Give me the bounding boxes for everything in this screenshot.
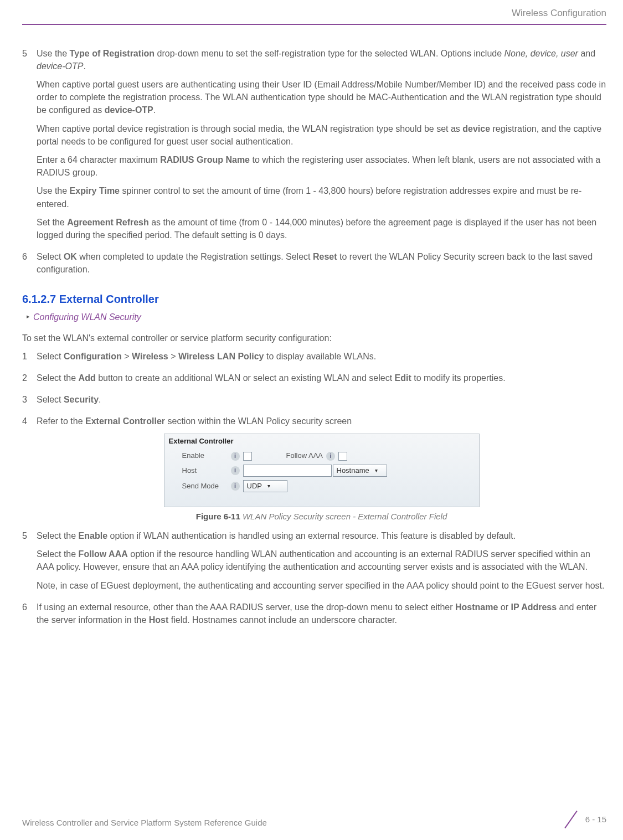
figure-caption: Figure 6-11 WLAN Policy Security screen …	[37, 511, 606, 523]
header-title: Wireless Configuration	[512, 8, 606, 18]
device-label: device	[462, 124, 490, 133]
page-footer: Wireless Controller and Service Platform…	[22, 810, 606, 829]
info-icon[interactable]: i	[231, 466, 240, 475]
paragraph: Select OK when completed to update the R…	[37, 250, 606, 276]
enable-option-label: Enable	[79, 531, 107, 540]
step-body: If using an external resource, other tha…	[37, 601, 606, 632]
enable-checkbox[interactable]	[243, 452, 252, 461]
paragraph: Use the Type of Registration drop-down m…	[37, 47, 606, 73]
info-icon[interactable]: i	[326, 452, 335, 461]
content: 5 Use the Type of Registration drop-down…	[22, 25, 606, 632]
security-label: Security	[64, 395, 99, 404]
step-body: Select the Enable option if WLAN authent…	[37, 529, 606, 597]
step-body: Select OK when completed to update the R…	[37, 250, 606, 281]
figure-title: WLAN Policy Security screen - External C…	[240, 512, 447, 521]
host-type-dropdown[interactable]: Hostname	[333, 465, 387, 477]
paragraph: If using an external resource, other tha…	[37, 601, 606, 626]
host-field-label: Host	[149, 615, 169, 625]
paragraph: When captive portal guest users are auth…	[37, 78, 606, 117]
step-body: Refer to the External Controller section…	[37, 415, 606, 526]
step-body: Select Security.	[37, 393, 606, 411]
ok-label: OK	[64, 252, 77, 261]
step-4: 4 Refer to the External Controller secti…	[22, 415, 606, 526]
device-otp-label: device-OTP	[105, 105, 153, 115]
follow-aaa-label: Follow AAA	[286, 451, 323, 461]
configuration-label: Configuration	[64, 352, 122, 361]
host-input[interactable]	[243, 465, 332, 477]
step-number: 4	[22, 415, 37, 526]
send-mode-dropdown[interactable]: UDP	[243, 480, 287, 492]
paragraph: Enter a 64 character maximum RADIUS Grou…	[37, 153, 606, 179]
row-enable: Enable i Follow AAA i	[169, 451, 475, 461]
paragraph: Note, in case of EGuest deployment, the …	[37, 579, 606, 592]
add-label: Add	[79, 373, 96, 383]
slash-icon	[561, 810, 580, 829]
ip-address-option-label: IP Address	[511, 602, 557, 612]
paragraph: Use the Expiry Time spinner control to s…	[37, 184, 606, 210]
paragraph: Set the Agreement Refresh as the amount …	[37, 216, 606, 241]
step-number: 6	[22, 601, 37, 632]
step-body: Select the Add button to create an addit…	[37, 372, 606, 390]
follow-aaa-option-label: Follow AAA	[79, 549, 128, 559]
send-mode-label: Send Mode	[182, 481, 231, 492]
footer-right: 6 - 15	[561, 810, 606, 829]
step-5: 5 Use the Type of Registration drop-down…	[22, 47, 606, 247]
paragraph: Select the Add button to create an addit…	[37, 372, 606, 384]
reset-label: Reset	[313, 252, 337, 261]
fieldset-title: External Controller	[169, 436, 475, 447]
step-number: 6	[22, 250, 37, 281]
paragraph: Select Security.	[37, 393, 606, 406]
host-label: Host	[182, 466, 231, 476]
step-6b: 6 If using an external resource, other t…	[22, 601, 606, 632]
steps-list-a: 5 Use the Type of Registration drop-down…	[22, 47, 606, 282]
edit-label: Edit	[395, 373, 411, 383]
paragraph: When captive portal device registration …	[37, 122, 606, 148]
footer-left: Wireless Controller and Service Platform…	[22, 817, 267, 829]
breadcrumb-link[interactable]: Configuring WLAN Security	[33, 312, 141, 322]
figure-number: Figure 6-11	[196, 512, 240, 521]
section-heading: 6.1.2.7 External Controller	[22, 291, 606, 307]
paragraph: Select the Follow AAA option if the reso…	[37, 548, 606, 573]
paragraph: Refer to the External Controller section…	[37, 415, 606, 427]
agreement-refresh-label: Agreement Refresh	[67, 218, 149, 227]
step-5b: 5 Select the Enable option if WLAN authe…	[22, 529, 606, 597]
external-controller-label: External Controller	[85, 416, 165, 426]
intro-text: To set the WLAN's external controller or…	[22, 332, 606, 344]
info-icon[interactable]: i	[231, 482, 240, 491]
step-number: 5	[22, 529, 37, 597]
type-of-registration-label: Type of Registration	[70, 49, 155, 58]
step-body: Use the Type of Registration drop-down m…	[37, 47, 606, 247]
wireless-label: Wireless	[132, 352, 168, 361]
radius-group-name-label: RADIUS Group Name	[160, 155, 250, 164]
step-number: 2	[22, 372, 37, 390]
breadcrumb[interactable]: Configuring WLAN Security	[22, 311, 606, 323]
step-number: 5	[22, 47, 37, 247]
step-number: 1	[22, 350, 37, 368]
hostname-option-label: Hostname	[455, 602, 498, 612]
external-controller-panel: External Controller Enable i Follow AAA …	[164, 434, 480, 508]
follow-aaa-checkbox[interactable]	[338, 452, 347, 461]
step-number: 3	[22, 393, 37, 411]
page-number: 6 - 15	[585, 813, 606, 826]
step-3: 3 Select Security.	[22, 393, 606, 411]
page: Wireless Configuration 5 Use the Type of…	[0, 0, 623, 668]
step-1: 1 Select Configuration > Wireless > Wire…	[22, 350, 606, 368]
expiry-time-label: Expiry Time	[70, 186, 120, 195]
step-2: 2 Select the Add button to create an add…	[22, 372, 606, 390]
row-sendmode: Send Mode i UDP	[169, 480, 475, 492]
figure: External Controller Enable i Follow AAA …	[37, 434, 606, 523]
paragraph: Select the Enable option if WLAN authent…	[37, 529, 606, 542]
step-body: Select Configuration > Wireless > Wirele…	[37, 350, 606, 368]
enable-label: Enable	[182, 451, 231, 461]
info-icon[interactable]: i	[231, 452, 240, 461]
page-header: Wireless Configuration	[22, 6, 606, 25]
steps-list-b: 1 Select Configuration > Wireless > Wire…	[22, 350, 606, 632]
paragraph: Select Configuration > Wireless > Wirele…	[37, 350, 606, 363]
wlan-policy-label: Wireless LAN Policy	[178, 352, 264, 361]
step-6: 6 Select OK when completed to update the…	[22, 250, 606, 281]
row-host: Host i Hostname	[169, 465, 475, 477]
